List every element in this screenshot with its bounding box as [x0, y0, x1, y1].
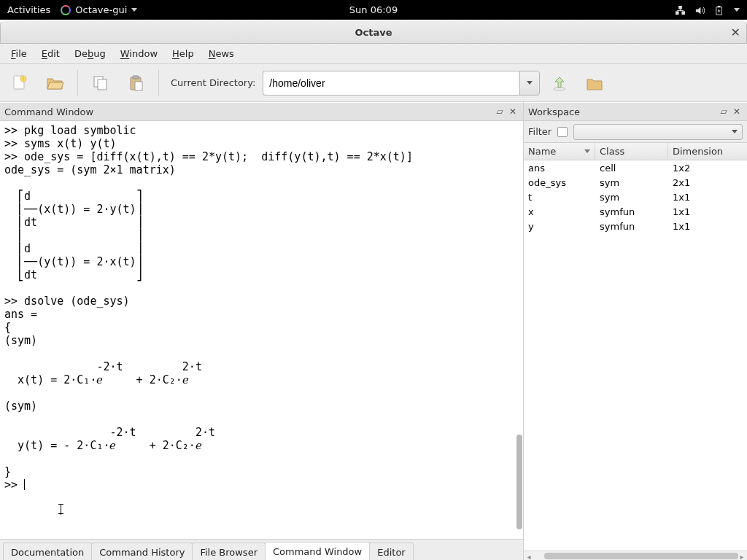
workspace-filter-checkbox[interactable] [557, 127, 568, 137]
tab-editor[interactable]: Editor [369, 542, 413, 560]
current-directory-label: Current Directory: [171, 77, 255, 88]
app-indicator-label: Octave-gui [75, 4, 127, 15]
workspace-col-name[interactable]: Name [524, 143, 595, 160]
window-titlebar: Octave ✕ [0, 20, 747, 44]
menu-window[interactable]: Window [114, 46, 164, 61]
browse-directory-button[interactable] [579, 69, 610, 98]
workspace-cell-name: x [524, 206, 595, 218]
scroll-right-button[interactable]: ▸ [737, 551, 747, 560]
tab-command-history[interactable]: Command History [91, 542, 193, 560]
sort-desc-icon [584, 149, 590, 153]
window-close-button[interactable]: ✕ [731, 26, 740, 39]
new-file-button[interactable] [4, 69, 35, 98]
workspace-header: Workspace ▱ ✕ [524, 102, 747, 121]
workspace-cell-class: sym [595, 176, 668, 189]
toolbar-separator [77, 70, 78, 96]
menu-file[interactable]: File [4, 46, 34, 61]
battery-icon[interactable] [714, 5, 725, 15]
workspace-row[interactable]: anscell1x2 [524, 160, 747, 175]
workspace-table-header: Name Class Dimension [524, 143, 747, 160]
workspace-cell-dim: 1x1 [668, 191, 747, 203]
workspace-cell-name: ode_sys [524, 176, 595, 189]
workspace-cell-name: t [524, 191, 595, 203]
octave-orb-icon [61, 5, 71, 15]
workspace-cell-name: y [524, 220, 595, 233]
workspace-cell-dim: 2x1 [668, 176, 747, 189]
up-directory-button[interactable] [544, 69, 575, 98]
workspace-col-class[interactable]: Class [595, 143, 668, 160]
workspace-horizontal-scrollbar[interactable]: ◂ ▸ [524, 551, 747, 560]
volume-icon[interactable] [694, 5, 705, 15]
menu-help[interactable]: Help [166, 46, 201, 61]
svg-point-12 [554, 88, 565, 90]
svg-rect-1 [681, 11, 685, 15]
ibeam-cursor-icon [57, 503, 64, 516]
svg-rect-11 [135, 82, 142, 90]
svg-rect-10 [133, 76, 139, 79]
workspace-cell-class: sym [595, 191, 668, 203]
workspace-row[interactable]: ysymfun1x1 [524, 219, 747, 233]
menu-news[interactable]: News [202, 46, 241, 61]
system-menu-chevron-icon[interactable] [734, 8, 740, 12]
workspace-cell-dim: 1x2 [668, 162, 747, 174]
pane-close-button[interactable]: ✕ [731, 106, 743, 117]
copy-button[interactable] [85, 69, 116, 98]
scrollbar-thumb[interactable] [516, 435, 522, 529]
network-icon[interactable] [675, 5, 686, 15]
chevron-down-icon [131, 8, 137, 12]
command-window-body[interactable]: >> pkg load symbolic >> syms x(t) y(t) >… [0, 121, 523, 539]
text-cursor [24, 479, 25, 490]
window-title: Octave [355, 27, 392, 38]
menubar: File Edit Debug Window Help News [0, 44, 747, 64]
toolbar-separator [158, 70, 159, 96]
tab-file-browser[interactable]: File Browser [192, 542, 266, 560]
vertical-scrollbar[interactable] [514, 121, 523, 539]
workspace-filter-label: Filter [528, 126, 551, 137]
command-window-header: Command Window ▱ ✕ [0, 102, 523, 121]
app-indicator[interactable]: Octave-gui [61, 4, 137, 15]
workspace-cell-class: symfun [595, 220, 668, 233]
activities-button[interactable]: Activities [7, 4, 50, 15]
pane-close-button[interactable]: ✕ [507, 106, 519, 117]
chevron-down-icon [527, 81, 533, 85]
menu-debug[interactable]: Debug [68, 46, 112, 61]
tab-documentation[interactable]: Documentation [3, 542, 92, 560]
tab-command-window[interactable]: Command Window [265, 542, 370, 560]
workspace-filter-row: Filter [524, 121, 747, 143]
workspace-title: Workspace [528, 106, 580, 117]
workspace-filter-combo[interactable] [573, 124, 743, 140]
svg-rect-0 [676, 11, 679, 15]
workspace-row[interactable]: tsym1x1 [524, 190, 747, 204]
current-directory-input[interactable] [263, 71, 519, 96]
command-window-text: >> pkg load symbolic >> syms x(t) y(t) >… [4, 124, 413, 491]
workspace-table: Name Class Dimension anscell1x2ode_syssy… [524, 143, 747, 560]
svg-rect-4 [718, 5, 721, 7]
svg-rect-2 [678, 5, 682, 9]
menu-edit[interactable]: Edit [35, 46, 66, 61]
workspace-row[interactable]: xsymfun1x1 [524, 204, 747, 219]
workspace-cell-class: symfun [595, 206, 668, 218]
workspace-row[interactable]: ode_syssym2x1 [524, 175, 747, 190]
pane-undock-button[interactable]: ▱ [718, 106, 729, 117]
current-directory-dropdown-button[interactable] [519, 71, 540, 96]
workspace-cell-class: cell [595, 162, 668, 174]
workspace-cell-name: ans [524, 162, 595, 174]
scrollbar-thumb[interactable] [544, 553, 738, 559]
gnome-top-bar: Activities Octave-gui Sun 06:09 [0, 0, 747, 20]
workspace-col-dimension[interactable]: Dimension [668, 143, 747, 160]
bottom-tabs: Documentation Command History File Brows… [0, 539, 523, 560]
toolbar: Current Directory: [0, 64, 747, 102]
chevron-down-icon [732, 130, 738, 133]
command-window-title: Command Window [4, 106, 93, 117]
svg-rect-8 [98, 79, 107, 90]
open-folder-button[interactable] [39, 69, 70, 98]
workspace-cell-dim: 1x1 [668, 206, 747, 218]
workspace-cell-dim: 1x1 [668, 220, 747, 233]
pane-undock-button[interactable]: ▱ [494, 106, 506, 117]
paste-button[interactable] [120, 69, 151, 98]
scroll-left-button[interactable]: ◂ [524, 551, 534, 560]
